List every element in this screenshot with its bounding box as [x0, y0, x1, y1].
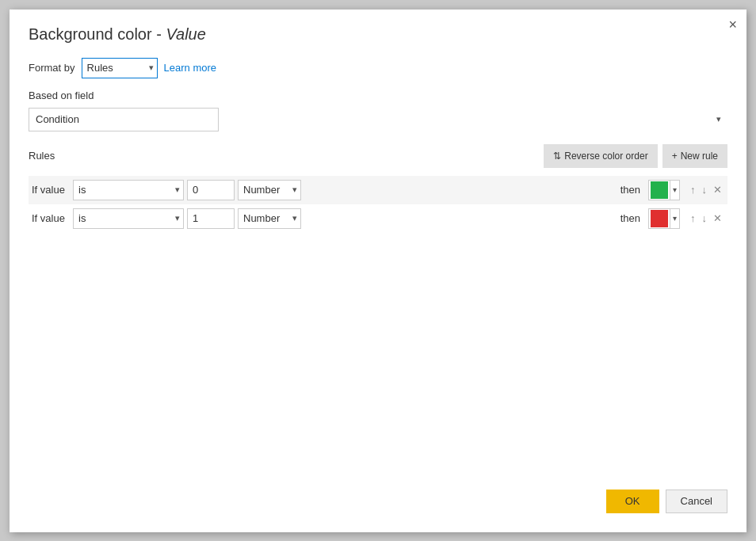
- color-picker-button-2[interactable]: ▾: [648, 208, 680, 229]
- rule-row: If value is is not greater than less tha…: [29, 176, 727, 204]
- then-label-1: then: [620, 184, 640, 196]
- color-picker-button-1[interactable]: ▾: [648, 180, 680, 200]
- rule-type-select-2[interactable]: Number Percent: [238, 208, 301, 229]
- rules-label: Rules: [29, 150, 55, 162]
- format-by-label: Format by: [29, 62, 75, 74]
- if-value-label-1: If value: [32, 184, 70, 196]
- reverse-icon: ⇅: [553, 150, 561, 162]
- rule-controls-2: ↑ ↓ ✕: [688, 211, 724, 225]
- then-label-2: then: [620, 212, 640, 224]
- move-up-button-2[interactable]: ↑: [688, 211, 698, 225]
- new-rule-label: New rule: [681, 150, 718, 162]
- rule-row: If value is is not greater than less tha…: [29, 204, 727, 233]
- background-color-dialog: × Background color - Value Format by Rul…: [10, 10, 746, 532]
- if-value-label-2: If value: [32, 212, 70, 224]
- format-by-row: Format by Rules Color scale Field value …: [29, 58, 727, 78]
- move-down-button-2[interactable]: ↓: [700, 211, 710, 225]
- cancel-button[interactable]: Cancel: [666, 490, 727, 513]
- rules-header: Rules ⇅ Reverse color order + New rule: [29, 144, 727, 168]
- rule-value-input-1[interactable]: [187, 180, 235, 200]
- move-down-button-1[interactable]: ↓: [700, 183, 710, 196]
- rule-controls-1: ↑ ↓ ✕: [688, 183, 724, 196]
- color-dropdown-arrow-2: ▾: [670, 209, 679, 228]
- rule-condition-select-wrapper-2: is is not greater than less than: [73, 208, 184, 229]
- color-swatch-2: [651, 210, 668, 227]
- plus-icon: +: [672, 150, 678, 162]
- based-on-field-label: Based on field: [29, 90, 727, 101]
- rule-condition-select-1[interactable]: is is not greater than less than: [73, 180, 184, 200]
- rule-condition-select-wrapper-1: is is not greater than less than: [73, 180, 184, 200]
- delete-rule-button-2[interactable]: ✕: [711, 211, 724, 225]
- reverse-color-order-label: Reverse color order: [564, 150, 647, 162]
- format-by-select-wrapper: Rules Color scale Field value: [82, 58, 158, 78]
- delete-rule-button-1[interactable]: ✕: [711, 183, 724, 196]
- rule-type-select-wrapper-1: Number Percent: [238, 180, 301, 200]
- rule-type-select-1[interactable]: Number Percent: [238, 180, 301, 200]
- rule-condition-select-2[interactable]: is is not greater than less than: [73, 208, 184, 229]
- dialog-footer: OK Cancel: [29, 474, 727, 516]
- dialog-title: Background color - Value: [29, 25, 727, 44]
- field-select-wrapper: Condition Value Category: [29, 108, 727, 131]
- format-by-select[interactable]: Rules Color scale Field value: [82, 58, 158, 78]
- reverse-color-order-button[interactable]: ⇅ Reverse color order: [544, 144, 657, 168]
- ok-button[interactable]: OK: [606, 490, 659, 513]
- color-swatch-1: [651, 181, 668, 199]
- close-button[interactable]: ×: [728, 17, 737, 32]
- rules-actions: ⇅ Reverse color order + New rule: [544, 144, 727, 168]
- learn-more-link[interactable]: Learn more: [164, 62, 216, 74]
- color-dropdown-arrow-1: ▾: [670, 181, 679, 200]
- rule-type-select-wrapper-2: Number Percent: [238, 208, 301, 229]
- field-select[interactable]: Condition Value Category: [29, 108, 219, 131]
- move-up-button-1[interactable]: ↑: [688, 183, 698, 196]
- new-rule-button[interactable]: + New rule: [662, 144, 727, 168]
- rule-value-input-2[interactable]: [187, 208, 235, 229]
